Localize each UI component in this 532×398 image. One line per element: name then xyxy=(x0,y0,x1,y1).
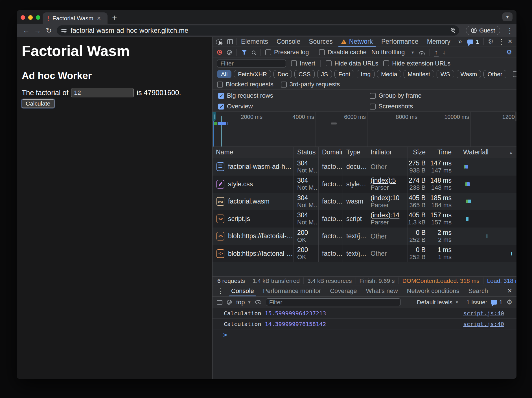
devtools-menu-icon[interactable]: ⋮ xyxy=(498,38,503,46)
back-button[interactable]: ← xyxy=(21,27,31,35)
drawer-tab[interactable]: Search xyxy=(464,285,492,296)
export-har-icon[interactable]: ↓ xyxy=(443,49,446,56)
import-har-icon[interactable]: ↑ xyxy=(435,49,438,56)
drawer-tab[interactable]: Console xyxy=(227,285,259,296)
minimize-window-button[interactable] xyxy=(28,15,33,20)
drawer-tab[interactable]: Coverage xyxy=(325,285,361,296)
network-settings-gear-icon[interactable]: ⚙ xyxy=(506,49,512,56)
group-by-frame-checkbox[interactable]: Group by frame xyxy=(370,92,422,99)
column-header-initiator[interactable]: Initiator xyxy=(367,147,408,158)
devtools-tab[interactable]: Console xyxy=(272,37,305,47)
request-initiator[interactable]: (index):5 xyxy=(371,177,408,184)
devtools-tab[interactable]: Memory xyxy=(423,37,455,47)
request-row[interactable]: <>blob:https://factorial-wa... 200OK fac… xyxy=(213,245,516,263)
filter-icon[interactable] xyxy=(242,50,247,55)
overview-left-grip[interactable] xyxy=(213,112,216,121)
request-initiator[interactable]: Other xyxy=(371,163,408,170)
devtools-tab[interactable]: Elements xyxy=(237,37,272,47)
network-filter-input[interactable] xyxy=(217,60,286,67)
browser-menu-button[interactable]: ⋮ xyxy=(506,27,512,35)
console-sidebar-icon[interactable] xyxy=(217,300,222,305)
drawer-tab[interactable]: What's new xyxy=(362,285,402,296)
hide-extension-urls-checkbox[interactable]: Hide extension URLs xyxy=(383,60,450,67)
big-request-rows-checkbox[interactable]: ✓Big request rows xyxy=(218,92,273,99)
profile-button[interactable]: Guest xyxy=(466,26,500,35)
browser-tab[interactable]: ! Factorial Wasm (ad hoc Work × xyxy=(43,12,108,24)
request-row[interactable]: factorial-wasm-ad-hoc-... 304Not M... fa… xyxy=(213,158,516,176)
console-settings-gear-icon[interactable]: ⚙ xyxy=(506,298,512,306)
request-initiator[interactable]: Other xyxy=(371,233,408,240)
throttling-select[interactable]: No throttling▾ xyxy=(371,49,414,56)
zoom-page-icon[interactable] xyxy=(451,28,455,34)
issues-icon[interactable] xyxy=(467,40,473,44)
clear-console-icon[interactable] xyxy=(227,300,232,305)
request-initiator[interactable]: (index):14 xyxy=(371,211,408,219)
filter-chip[interactable]: Doc xyxy=(273,70,292,78)
drawer-tab[interactable]: Performance monitor xyxy=(259,285,325,296)
inspect-element-icon[interactable] xyxy=(216,39,222,45)
devtools-tab[interactable]: Sources xyxy=(305,37,337,47)
tab-search-chevron-button[interactable]: ▾ xyxy=(502,12,513,21)
console-source-link[interactable]: script.js:40 xyxy=(463,321,504,327)
more-tools-icon[interactable]: ⋮ xyxy=(217,287,224,295)
log-levels-select[interactable]: Default levels▾ xyxy=(417,299,458,306)
column-header-domain[interactable]: Domain xyxy=(319,147,343,158)
close-window-button[interactable] xyxy=(21,15,25,20)
calculate-button[interactable]: Calculate xyxy=(22,99,54,108)
filter-chip[interactable]: Font xyxy=(334,70,354,78)
disable-cache-checkbox[interactable]: Disable cache xyxy=(319,49,367,56)
filter-chip[interactable]: Other xyxy=(483,70,506,78)
invert-checkbox[interactable]: Invert xyxy=(291,60,315,67)
network-overview-timeline[interactable]: 2000 ms4000 ms6000 ms8000 ms10000 ms1200… xyxy=(213,112,516,147)
overview-right-grip[interactable] xyxy=(515,112,516,121)
filter-chip[interactable]: Wasm xyxy=(457,70,481,78)
clear-network-log-button[interactable] xyxy=(227,50,232,55)
device-toolbar-icon[interactable] xyxy=(227,39,233,44)
forward-button[interactable]: → xyxy=(32,27,43,35)
filter-chip[interactable]: Fetch/XHR xyxy=(234,70,271,78)
address-bar[interactable]: factorial-wasm-ad-hoc-worker.glitch.me xyxy=(57,25,459,36)
execution-context-select[interactable]: top▾ xyxy=(236,299,251,306)
request-row[interactable]: wafactorial.wasm 304Not M... factori... … xyxy=(213,193,516,210)
request-row[interactable]: <>blob:https://factorial-wa... 200OK fac… xyxy=(213,228,516,245)
factorial-input[interactable] xyxy=(71,88,134,97)
devtools-tab[interactable]: Network xyxy=(337,37,377,47)
devtools-tab[interactable]: Performance xyxy=(377,37,423,47)
request-initiator[interactable]: Other xyxy=(371,250,408,257)
filter-chip[interactable]: All xyxy=(217,70,231,78)
blocked-requests-checkbox[interactable]: Blocked requests xyxy=(217,81,273,88)
screenshots-checkbox[interactable]: Screenshots xyxy=(370,103,413,110)
console-prompt[interactable]: > xyxy=(213,329,516,340)
issues-icon[interactable] xyxy=(491,300,497,305)
request-initiator[interactable]: (index):10 xyxy=(371,194,408,202)
column-header-time[interactable]: Time xyxy=(431,147,457,158)
filter-chip[interactable]: Media xyxy=(377,70,401,78)
hide-data-urls-checkbox[interactable]: Hide data URLs xyxy=(326,60,378,67)
overview-checkbox[interactable]: ✓Overview xyxy=(218,103,253,110)
preserve-log-checkbox[interactable]: Preserve log xyxy=(265,49,309,56)
column-header-size[interactable]: Size xyxy=(408,147,431,158)
column-header-type[interactable]: Type xyxy=(343,147,367,158)
console-source-link[interactable]: script.js:40 xyxy=(463,310,504,317)
live-expression-eye-icon[interactable] xyxy=(255,300,261,304)
reload-button[interactable]: ↻ xyxy=(44,27,54,35)
blocked-response-cookies-checkbox[interactable]: Blocked response cookies xyxy=(513,71,516,78)
site-settings-icon[interactable] xyxy=(61,29,67,32)
request-row[interactable]: <>script.js 304Not M... factori... scrip… xyxy=(213,210,516,228)
column-header-status[interactable]: Status xyxy=(294,147,319,158)
search-icon[interactable] xyxy=(252,51,255,54)
filter-chip[interactable]: CSS xyxy=(294,70,314,78)
record-network-log-button[interactable] xyxy=(217,50,222,55)
column-header-name[interactable]: Name xyxy=(213,147,294,158)
console-filter-input[interactable] xyxy=(266,298,401,306)
zoom-window-button[interactable] xyxy=(36,15,40,20)
request-row[interactable]: style.css 304Not M... factori... styles.… xyxy=(213,176,516,193)
third-party-requests-checkbox[interactable]: 3rd-party requests xyxy=(281,81,340,88)
new-tab-button[interactable]: + xyxy=(112,14,117,22)
tab-close-icon[interactable]: × xyxy=(97,15,101,22)
devtools-close-icon[interactable]: × xyxy=(508,38,512,45)
drawer-tab[interactable]: Network conditions xyxy=(402,285,464,296)
settings-gear-icon[interactable]: ⚙ xyxy=(488,38,494,45)
issues-label[interactable]: 1 Issue: xyxy=(466,299,487,306)
more-tabs-button[interactable]: » xyxy=(457,38,463,45)
